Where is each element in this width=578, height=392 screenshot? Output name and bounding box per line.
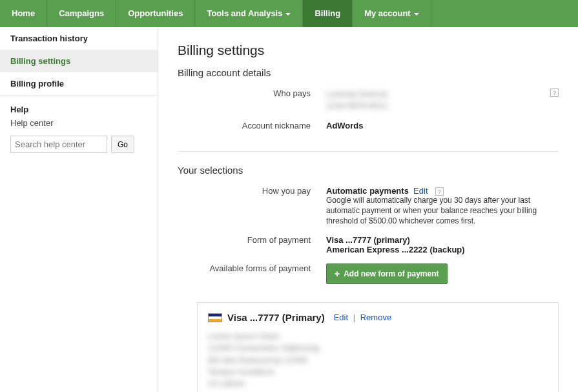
sidebar: Transaction history Billing settings Bil… xyxy=(0,27,158,392)
help-icon[interactable]: ? xyxy=(550,88,559,97)
account-nickname-value: AdWords xyxy=(326,121,364,130)
add-new-payment-button[interactable]: + Add new form of payment xyxy=(326,263,448,284)
remove-card-link[interactable]: Remove xyxy=(360,313,391,322)
top-nav: Home Campaigns Opportunities Tools and A… xyxy=(0,0,578,27)
help-heading: Help xyxy=(10,105,147,114)
visa-icon xyxy=(208,313,222,322)
nav-campaigns[interactable]: Campaigns xyxy=(47,0,116,27)
page-title: Billing settings xyxy=(178,43,559,58)
chevron-down-icon xyxy=(414,13,419,15)
sidebar-item-billing-profile[interactable]: Billing profile xyxy=(0,72,158,95)
account-nickname-label: Account nickname xyxy=(178,121,326,130)
how-you-pay-description: Google will automatically charge you 30 … xyxy=(326,196,559,226)
help-search-go-button[interactable]: Go xyxy=(111,136,134,153)
available-forms-label: Available forms of payment xyxy=(178,263,326,284)
main-content: Billing settings Billing account details… xyxy=(158,27,578,392)
billing-account-details-heading: Billing account details xyxy=(178,67,559,78)
nav-my-account[interactable]: My account xyxy=(353,0,431,27)
payment-card-title: Visa ...7777 (Primary) xyxy=(227,312,325,323)
nav-billing[interactable]: Billing xyxy=(303,0,353,27)
form-of-payment-label: Form of payment xyxy=(178,235,326,254)
form-of-payment-backup: American Express ...2222 (backup) xyxy=(326,245,559,254)
help-icon[interactable]: ? xyxy=(435,187,444,196)
help-search-input[interactable] xyxy=(10,136,107,153)
edit-how-you-pay-link[interactable]: Edit xyxy=(413,186,428,196)
nav-opportunities[interactable]: Opportunities xyxy=(116,0,195,27)
nav-tools[interactable]: Tools and Analysis xyxy=(195,0,303,27)
help-center-link[interactable]: Help center xyxy=(10,118,147,128)
nav-home[interactable]: Home xyxy=(0,0,47,27)
who-pays-value-redacted: Loremip Dolorsit 1234-5678-9012 xyxy=(326,88,548,112)
payment-card: Visa ...7777 (Primary) Edit | Remove Lor… xyxy=(197,302,559,392)
plus-icon: + xyxy=(335,269,340,279)
edit-card-link[interactable]: Edit xyxy=(334,313,348,322)
sidebar-item-billing-settings[interactable]: Billing settings xyxy=(0,50,158,72)
card-address-redacted: Lorem Ipsum Dolor 12345 Consectetur Adip… xyxy=(208,331,548,389)
sidebar-item-transaction-history[interactable]: Transaction history xyxy=(0,27,158,50)
who-pays-label: Who pays xyxy=(178,88,326,112)
chevron-down-icon xyxy=(285,13,291,15)
your-selections-heading: Your selections xyxy=(178,165,559,176)
how-you-pay-value: Automatic payments xyxy=(326,186,409,196)
how-you-pay-label: How you pay xyxy=(178,186,326,226)
form-of-payment-primary: Visa ...7777 (primary) xyxy=(326,235,559,245)
